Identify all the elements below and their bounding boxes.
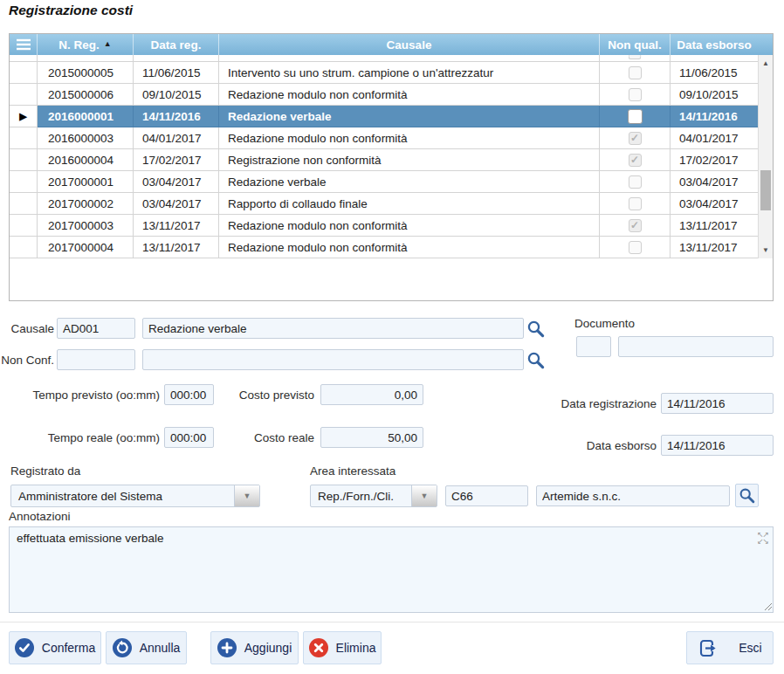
hamburger-icon (16, 38, 31, 51)
documento-label: Documento (574, 317, 635, 330)
col-header-non-qual[interactable]: Non qual. (600, 34, 671, 55)
row-pointer (10, 193, 38, 215)
non-qual-checkbox[interactable] (628, 109, 643, 124)
registrato-da-select[interactable]: Amministratore del Sistema ▼ (10, 485, 260, 507)
costo-reale-input[interactable] (320, 427, 423, 448)
cell-causale: Redazione verbale (219, 106, 600, 127)
tempo-reale-label: Tempo reale (oo:mm) (0, 431, 160, 444)
documento-desc-input[interactable] (618, 336, 774, 357)
col-header-data-reg[interactable]: Data reg. (134, 34, 219, 55)
resize-handle-icon[interactable] (764, 602, 773, 611)
area-code-input[interactable] (445, 485, 528, 506)
table-menu-button[interactable] (10, 34, 38, 55)
data-esborso-label: Data esborso (524, 439, 657, 452)
table-row[interactable]: 2017000003 13/11/2017 Redazione modulo n… (10, 215, 773, 237)
table-row[interactable]: 2017000004 13/11/2017 Redazione modulo n… (10, 237, 773, 258)
area-tipo-value: Rep./Forn./Cli. (311, 485, 411, 506)
aggiungi-button[interactable]: Aggiungi (210, 631, 299, 664)
data-esborso-input[interactable] (661, 435, 774, 456)
area-tipo-select[interactable]: Rep./Forn./Cli. ▼ (310, 485, 437, 507)
cell-non-qual: ✓ (600, 149, 671, 171)
cell-n-reg: 2016000004 (38, 149, 134, 171)
non-qual-checkbox[interactable] (629, 175, 642, 189)
area-tipo-dropdown-icon[interactable]: ▼ (411, 485, 437, 506)
col-header-n-reg[interactable]: N. Reg. ▲ (38, 34, 134, 55)
cell-non-qual (600, 62, 671, 84)
non-qual-checkbox[interactable]: ✓ (629, 154, 642, 167)
cell-data-reg: 17/02/2017 (134, 149, 219, 171)
cell-causale: Redazione modulo non conformità (219, 84, 600, 106)
table-scrollbar[interactable]: ▲ ▼ (758, 55, 773, 258)
cell-causale: Intervento su uno strum. campione o un'a… (219, 62, 600, 84)
causale-search-icon[interactable] (526, 320, 545, 338)
scroll-up-arrow[interactable]: ▲ (759, 59, 773, 67)
non-conf-desc-input[interactable] (142, 349, 524, 370)
table-row[interactable]: 2017000002 03/04/2017 Rapporto di collau… (10, 193, 773, 215)
exit-icon (698, 638, 718, 658)
table-row[interactable]: 2016000004 17/02/2017 Registrazione non … (10, 149, 773, 171)
tempo-previsto-input[interactable] (164, 384, 214, 405)
causale-desc-input[interactable] (142, 318, 524, 339)
cell-causale: Redazione modulo non conformità (219, 127, 600, 149)
esci-button[interactable]: Esci (686, 631, 774, 664)
page-title: Registrazione costi (9, 3, 133, 18)
non-qual-checkbox[interactable] (629, 241, 642, 254)
annulla-button[interactable]: Annulla (106, 631, 187, 664)
partial-scrolled-row (10, 55, 773, 62)
cell-non-qual (600, 171, 671, 193)
non-qual-checkbox[interactable] (629, 88, 642, 101)
registrato-da-dropdown-icon[interactable]: ▼ (234, 485, 259, 506)
non-qual-checkbox[interactable]: ✓ (629, 219, 642, 232)
non-conf-code-input[interactable] (57, 349, 135, 370)
cell-data-reg: 03/04/2017 (134, 171, 219, 193)
area-desc-input[interactable] (536, 485, 730, 506)
elimina-button[interactable]: Elimina (303, 631, 382, 664)
add-plus-icon (217, 638, 237, 657)
data-registrazione-input[interactable] (661, 393, 774, 414)
cell-data-esborso: 04/01/2017 (671, 127, 758, 149)
documento-code-input[interactable] (576, 336, 611, 357)
annotazioni-label: Annotazioni (9, 510, 71, 523)
causale-label: Causale (0, 322, 54, 335)
expand-icon[interactable]: ↖↗ ↙↘ (757, 531, 768, 545)
undo-icon (113, 638, 132, 657)
cell-n-reg: 2017000002 (38, 193, 134, 215)
non-conf-search-icon[interactable] (526, 351, 545, 369)
cell-causale: Rapporto di collaudo finale (219, 193, 600, 215)
cell-data-reg: 04/01/2017 (134, 127, 219, 149)
cell-causale: Redazione verbale (219, 171, 600, 193)
non-qual-checkbox[interactable] (629, 66, 642, 79)
non-qual-checkbox[interactable]: ✓ (629, 132, 642, 145)
col-header-causale[interactable]: Causale (219, 34, 600, 55)
row-pointer (10, 62, 38, 84)
cell-data-esborso: 13/11/2017 (671, 215, 758, 237)
non-conf-label: Non Conf. (0, 354, 54, 367)
table-rows: 2015000005 11/06/2015 Intervento su uno … (10, 62, 773, 258)
non-qual-checkbox[interactable] (629, 197, 642, 210)
tempo-reale-input[interactable] (164, 427, 214, 448)
cell-data-reg: 13/11/2017 (134, 215, 219, 237)
cell-n-reg: 2016000003 (38, 127, 134, 149)
table-row[interactable]: 2017000001 03/04/2017 Redazione verbale … (10, 171, 773, 193)
table-row[interactable]: ▶ 2016000001 14/11/2016 Redazione verbal… (10, 106, 773, 127)
cell-non-qual: ✓ (600, 127, 671, 149)
annotazioni-textarea[interactable]: effettuata emissione verbale (9, 526, 774, 613)
cell-n-reg: 2015000006 (38, 84, 134, 106)
row-pointer (10, 149, 38, 171)
table-row[interactable]: 2015000005 11/06/2015 Intervento su uno … (10, 62, 773, 84)
table-row[interactable]: 2016000003 04/01/2017 Redazione modulo n… (10, 127, 773, 149)
scroll-down-arrow[interactable]: ▼ (759, 246, 773, 254)
costo-previsto-input[interactable] (320, 384, 423, 405)
area-search-button[interactable] (735, 484, 759, 507)
scroll-thumb[interactable] (760, 170, 771, 210)
cell-n-reg: 2015000005 (38, 62, 134, 84)
table-row[interactable]: 2015000006 09/10/2015 Redazione modulo n… (10, 84, 773, 106)
cell-n-reg: 2017000003 (38, 215, 134, 237)
tempo-previsto-label: Tempo previsto (oo:mm) (0, 389, 160, 402)
conferma-button[interactable]: Conferma (9, 631, 101, 664)
cell-non-qual (600, 193, 671, 215)
causale-code-input[interactable] (57, 318, 135, 339)
area-search-icon (739, 487, 755, 504)
col-header-data-esborso[interactable]: Data esborso (671, 34, 773, 55)
partial-checkbox (629, 55, 642, 59)
